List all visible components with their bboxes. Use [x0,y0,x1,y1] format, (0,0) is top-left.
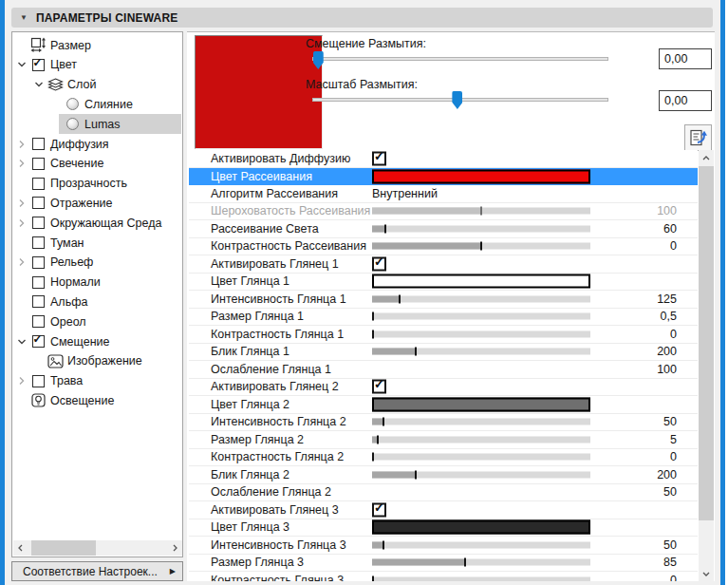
property-value[interactable]: 0 [670,574,677,581]
tree-item-fog[interactable]: Туман [12,233,182,253]
property-slider-specular-contrast-3[interactable] [372,576,590,581]
tree-item-grass[interactable]: Трава [12,371,182,391]
property-value[interactable]: 0 [670,450,677,463]
chevron-down-icon[interactable] [13,335,29,349]
tree-checkbox-environment[interactable] [32,217,45,229]
blur-offset-slider[interactable] [312,57,608,61]
chevron-right-icon[interactable] [13,197,29,210]
scroll-left-icon[interactable] [13,540,28,556]
tree-item-displacement[interactable]: ✓Смещение [12,331,182,351]
tree-checkbox-fog[interactable] [32,236,45,249]
property-slider-diffusion-contrast[interactable] [372,243,590,250]
scroll-up-icon[interactable] [699,150,714,166]
match-settings-button[interactable]: Соответствие Настроек... ▶ [11,561,183,581]
tree-hscroll-thumb[interactable] [31,540,96,556]
slider-handle[interactable] [480,242,482,251]
slider-handle[interactable] [464,558,466,567]
property-value[interactable]: 50 [663,415,677,428]
tree-item-layer[interactable]: Слой [12,75,182,95]
tree-item-transparency[interactable]: Прозрачность [12,174,182,194]
tree-item-reflection[interactable]: Отражение [12,193,182,213]
property-row-diffusion-color[interactable]: Цвет Рассеивания [189,168,698,186]
property-row-light-diffusion[interactable]: Рассеивание Света60 [189,220,698,238]
tree-item-luminance[interactable]: Свечение [12,154,182,174]
blur-offset-input[interactable] [659,48,712,69]
property-value[interactable]: 85 [663,556,677,569]
color-swatch-specular-color-3[interactable] [372,520,590,535]
property-row-specular-contrast-3[interactable]: Контрастность Глянца 30 [189,572,698,581]
slider-handle[interactable] [384,224,386,233]
property-value[interactable]: 0 [670,239,677,253]
slider-handle[interactable] [372,576,374,581]
slider-handle[interactable] [415,470,417,479]
property-value[interactable]: 0,5 [661,310,677,323]
property-dropdown-value[interactable]: Внутренний [372,187,438,200]
tree-checkbox-displacement[interactable]: ✓ [32,335,45,348]
collapse-triangle-icon[interactable]: ▼ [20,13,28,22]
property-value[interactable]: 125 [657,292,677,306]
chevron-right-icon[interactable] [13,157,29,170]
tree-checkbox-grass[interactable] [32,375,45,387]
slider-handle[interactable] [383,418,384,426]
property-row-specular-falloff-2[interactable]: Ослабление Глянца 250 [189,484,698,502]
tree-item-bump[interactable]: Рельеф [12,253,182,273]
property-value[interactable]: 200 [657,468,677,481]
chevron-right-icon[interactable] [13,217,29,230]
property-value[interactable]: 0 [670,328,677,341]
property-slider-specular-contrast-1[interactable] [372,330,590,337]
property-value[interactable]: 60 [663,222,677,236]
property-checkbox-activate-diffusion[interactable]: ✓ [372,151,386,165]
property-checkbox-activate-specular-1[interactable]: ✓ [372,256,386,271]
chevron-right-icon[interactable] [13,374,29,387]
property-row-specular-color-1[interactable]: Цвет Глянца 1 [189,274,698,292]
slider-handle[interactable] [383,540,384,549]
tree-checkbox-reflection[interactable] [32,197,45,209]
property-row-specular-size-3[interactable]: Размер Глянца 385 [189,555,698,573]
property-row-specular-size-1[interactable]: Размер Глянца 10,5 [189,309,698,327]
property-slider-specular-size-3[interactable] [372,559,590,566]
property-row-specular-size-2[interactable]: Размер Глянца 25 [189,431,698,449]
property-row-specular-color-3[interactable]: Цвет Глянца 3 [189,519,698,538]
chevron-right-icon[interactable] [13,138,29,151]
tree-item-color[interactable]: ✓Цвет [12,55,182,75]
property-row-diffusion-algorithm[interactable]: Алгоритм РассеиванияВнутренний [189,185,698,203]
chevron-down-icon[interactable] [30,78,47,91]
property-row-specular-falloff-1[interactable]: Ослабление Глянца 1100 [189,361,698,379]
property-row-specular-contrast-2[interactable]: Контрастность Глянца 20 [189,449,698,467]
blur-scale-slider-thumb[interactable] [452,91,462,109]
tree-horizontal-scrollbar[interactable] [13,540,182,556]
slider-handle[interactable] [372,330,374,338]
property-slider-specular-intensity-2[interactable] [372,419,590,425]
tree-item-fusion[interactable]: Слияние [12,94,182,114]
property-slider-specular-contrast-2[interactable] [372,454,590,461]
scroll-down-icon[interactable] [699,565,714,581]
property-row-activate-specular-2[interactable]: Активировать Глянец 2✓ [189,379,698,397]
property-row-specular-glare-2[interactable]: Блик Глянца 2200 [189,466,698,484]
slider-handle[interactable] [399,294,401,303]
property-checkbox-activate-specular-2[interactable]: ✓ [372,380,386,394]
properties-vscroll-thumb[interactable] [699,166,714,520]
color-swatch-specular-color-2[interactable] [372,397,590,411]
property-value[interactable]: 200 [657,345,677,358]
tree-checkbox-alpha[interactable] [32,295,45,308]
scroll-right-icon[interactable] [167,540,182,556]
property-value[interactable]: 50 [663,538,677,552]
tree-item-image[interactable]: Изображение [12,351,182,371]
property-row-diffusion-roughness[interactable]: Шероховатость Рассеивания100 [189,203,698,221]
property-row-activate-diffusion[interactable]: Активировать Диффузию✓ [189,150,698,168]
property-slider-light-diffusion[interactable] [372,225,590,232]
tree-item-glow[interactable]: Ореол [12,311,182,331]
tree-item-lumas[interactable]: Lumas [12,114,182,134]
property-value[interactable]: 5 [670,433,677,446]
tree-checkbox-color[interactable]: ✓ [32,59,45,71]
property-slider-specular-glare-1[interactable] [372,349,590,355]
tree-item-normal[interactable]: Нормали [12,273,182,292]
slider-handle[interactable] [372,453,374,462]
property-row-specular-intensity-3[interactable]: Интенсивность Глянца 350 [189,537,698,555]
property-row-specular-glare-1[interactable]: Блик Глянца 1200 [189,344,698,362]
property-row-specular-color-2[interactable]: Цвет Глянца 2 [189,396,698,414]
tree-checkbox-bump[interactable] [32,256,45,269]
property-slider-specular-size-2[interactable] [372,436,590,443]
tree-checkbox-transparency[interactable] [32,178,45,190]
property-row-specular-intensity-2[interactable]: Интенсивность Глянца 250 [189,414,698,432]
